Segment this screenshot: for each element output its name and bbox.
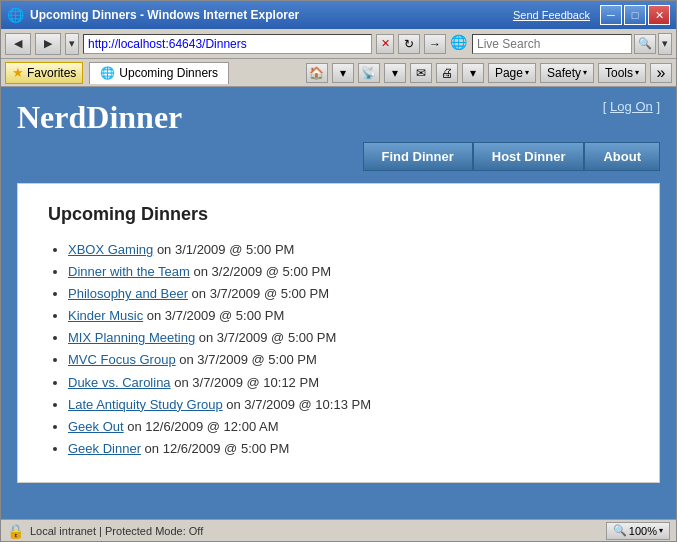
page-content: NerdDinner [ Log On ] Find Dinner Host D… — [1, 87, 676, 519]
address-input[interactable] — [83, 34, 372, 54]
content-area: NerdDinner [ Log On ] Find Dinner Host D… — [1, 87, 676, 519]
dinner-detail: on 3/7/2009 @ 10:13 PM — [223, 397, 371, 412]
more-button[interactable]: » — [650, 63, 672, 83]
list-item: Late Antiquity Study Group on 3/7/2009 @… — [68, 394, 629, 416]
dinner-link[interactable]: Dinner with the Team — [68, 264, 190, 279]
back-button[interactable]: ◀ — [5, 33, 31, 55]
status-text: Local intranet | Protected Mode: Off — [30, 525, 203, 537]
window-title: Upcoming Dinners - Windows Internet Expl… — [30, 8, 299, 22]
list-item: MIX Planning Meeting on 3/7/2009 @ 5:00 … — [68, 327, 629, 349]
ie-logo: 🌐 — [450, 34, 470, 54]
ie-toolbar: ★ Favorites 🌐 Upcoming Dinners 🏠 ▾ 📡 ▾ ✉… — [1, 59, 676, 87]
zoom-chevron: ▾ — [659, 526, 663, 535]
favorites-button[interactable]: ★ Favorites — [5, 62, 83, 84]
page-heading: Upcoming Dinners — [48, 204, 629, 225]
about-button[interactable]: About — [584, 142, 660, 171]
dinner-detail: on 3/7/2009 @ 5:00 PM — [143, 308, 284, 323]
login-bracket-open: [ — [603, 99, 607, 114]
site-title: NerdDinner — [17, 99, 182, 136]
maximize-button[interactable]: □ — [624, 5, 646, 25]
status-bar: 🔒 Local intranet | Protected Mode: Off 🔍… — [1, 519, 676, 541]
login-bracket-close: ] — [656, 99, 660, 114]
active-tab[interactable]: 🌐 Upcoming Dinners — [89, 62, 229, 84]
list-item: Kinder Music on 3/7/2009 @ 5:00 PM — [68, 305, 629, 327]
title-bar: 🌐 Upcoming Dinners - Windows Internet Ex… — [1, 1, 676, 29]
host-dinner-button[interactable]: Host Dinner — [473, 142, 585, 171]
tab-icon: 🌐 — [100, 66, 115, 80]
dinner-detail: on 3/7/2009 @ 5:00 PM — [188, 286, 329, 301]
list-item: Duke vs. Carolina on 3/7/2009 @ 10:12 PM — [68, 372, 629, 394]
refresh-button[interactable]: ↻ — [398, 34, 420, 54]
tools-chevron: ▾ — [635, 68, 639, 77]
dinner-detail: on 3/7/2009 @ 5:00 PM — [195, 330, 336, 345]
login-section: [ Log On ] — [603, 99, 660, 114]
zoom-level: 100% — [629, 525, 657, 537]
star-icon: ★ — [12, 65, 24, 80]
address-bar: ◀ ▶ ▾ ✕ ↻ → 🌐 🔍 ▾ — [1, 29, 676, 59]
home-dropdown[interactable]: ▾ — [332, 63, 354, 83]
print-dropdown[interactable]: ▾ — [462, 63, 484, 83]
print-button[interactable]: 🖨 — [436, 63, 458, 83]
feeds-button[interactable]: 📡 — [358, 63, 380, 83]
site-header: NerdDinner [ Log On ] — [1, 87, 676, 136]
toolbar-right: 🏠 ▾ 📡 ▾ ✉ 🖨 ▾ Page ▾ Safety ▾ Tools ▾ » — [306, 63, 672, 83]
search-button[interactable]: 🔍 — [634, 34, 656, 54]
site-nav: Find Dinner Host Dinner About — [1, 136, 676, 177]
find-dinner-button[interactable]: Find Dinner — [363, 142, 473, 171]
list-item: Geek Out on 12/6/2009 @ 12:00 AM — [68, 416, 629, 438]
forward-button[interactable]: ▶ — [35, 33, 61, 55]
close-button[interactable]: ✕ — [648, 5, 670, 25]
browser-icon: 🌐 — [7, 7, 24, 23]
browser-window: 🌐 Upcoming Dinners - Windows Internet Ex… — [0, 0, 677, 542]
favorites-label: Favorites — [27, 66, 76, 80]
stop-button[interactable]: ✕ — [376, 34, 394, 54]
send-feedback-link[interactable]: Send Feedback — [513, 9, 590, 21]
dinner-link[interactable]: Geek Dinner — [68, 441, 141, 456]
login-link[interactable]: Log On — [610, 99, 653, 114]
list-item: Dinner with the Team on 3/2/2009 @ 5:00 … — [68, 261, 629, 283]
zoom-icon: 🔍 — [613, 524, 627, 537]
tab-label: Upcoming Dinners — [119, 66, 218, 80]
search-input[interactable] — [472, 34, 632, 54]
list-item: Geek Dinner on 12/6/2009 @ 5:00 PM — [68, 438, 629, 460]
dinner-detail: on 3/1/2009 @ 5:00 PM — [153, 242, 294, 257]
dinner-detail: on 3/2/2009 @ 5:00 PM — [190, 264, 331, 279]
list-item: XBOX Gaming on 3/1/2009 @ 5:00 PM — [68, 239, 629, 261]
home-button[interactable]: 🏠 — [306, 63, 328, 83]
list-item: MVC Focus Group on 3/7/2009 @ 5:00 PM — [68, 349, 629, 371]
dinner-detail: on 12/6/2009 @ 5:00 PM — [141, 441, 289, 456]
feeds-dropdown[interactable]: ▾ — [384, 63, 406, 83]
safety-menu[interactable]: Safety ▾ — [540, 63, 594, 83]
safety-chevron: ▾ — [583, 68, 587, 77]
page-menu[interactable]: Page ▾ — [488, 63, 536, 83]
dinner-link[interactable]: Philosophy and Beer — [68, 286, 188, 301]
dinner-link[interactable]: Duke vs. Carolina — [68, 375, 171, 390]
dropdown-button[interactable]: ▾ — [65, 33, 79, 55]
dinner-detail: on 3/7/2009 @ 5:00 PM — [176, 352, 317, 367]
tab-bar: 🌐 Upcoming Dinners — [89, 62, 300, 84]
dinner-link[interactable]: Late Antiquity Study Group — [68, 397, 223, 412]
dinner-detail: on 3/7/2009 @ 10:12 PM — [171, 375, 319, 390]
mail-button[interactable]: ✉ — [410, 63, 432, 83]
safety-label: Safety — [547, 66, 581, 80]
minimize-button[interactable]: ─ — [600, 5, 622, 25]
main-content: Upcoming Dinners XBOX Gaming on 3/1/2009… — [17, 183, 660, 483]
dinner-detail: on 12/6/2009 @ 12:00 AM — [124, 419, 279, 434]
page-label: Page — [495, 66, 523, 80]
dinner-link[interactable]: MIX Planning Meeting — [68, 330, 195, 345]
dinner-link[interactable]: MVC Focus Group — [68, 352, 176, 367]
status-icon: 🔒 — [7, 523, 24, 539]
tools-label: Tools — [605, 66, 633, 80]
go-button[interactable]: → — [424, 34, 446, 54]
search-dropdown[interactable]: ▾ — [658, 33, 672, 55]
dinner-link[interactable]: XBOX Gaming — [68, 242, 153, 257]
dinner-link[interactable]: Geek Out — [68, 419, 124, 434]
dinner-link[interactable]: Kinder Music — [68, 308, 143, 323]
tools-menu[interactable]: Tools ▾ — [598, 63, 646, 83]
list-item: Philosophy and Beer on 3/7/2009 @ 5:00 P… — [68, 283, 629, 305]
dinners-list: XBOX Gaming on 3/1/2009 @ 5:00 PMDinner … — [48, 239, 629, 460]
page-chevron: ▾ — [525, 68, 529, 77]
zoom-button[interactable]: 🔍 100% ▾ — [606, 522, 670, 540]
